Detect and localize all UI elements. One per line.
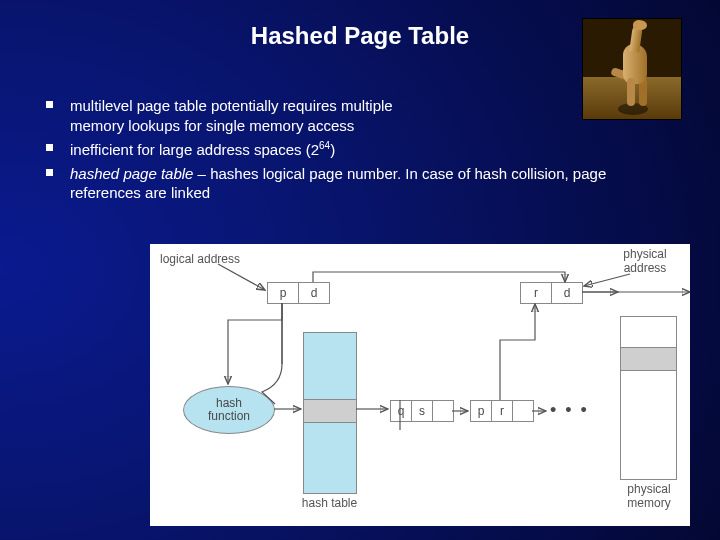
svg-line-0 bbox=[218, 264, 265, 290]
bullet-2-sup: 64 bbox=[319, 140, 330, 151]
bullet-2-tail: ) bbox=[330, 141, 335, 158]
bullet-list: multilevel page table potentially requir… bbox=[42, 96, 660, 203]
svg-line-3 bbox=[584, 274, 630, 286]
bullet-1: multilevel page table potentially requir… bbox=[42, 96, 660, 135]
bullet-1-line1: multilevel page table potentially requir… bbox=[70, 97, 393, 114]
bullet-1-line2: memory lookups for single memory access bbox=[70, 117, 354, 134]
bullet-2: inefficient for large address spaces (26… bbox=[42, 139, 660, 160]
diagram: logical address physical address p d r d… bbox=[150, 244, 690, 526]
bullet-3-term: hashed page table bbox=[70, 165, 193, 182]
diagram-arrows bbox=[150, 244, 690, 526]
bullet-3: hashed page table – hashes logical page … bbox=[42, 164, 660, 203]
bullet-2-text: inefficient for large address spaces (2 bbox=[70, 141, 319, 158]
